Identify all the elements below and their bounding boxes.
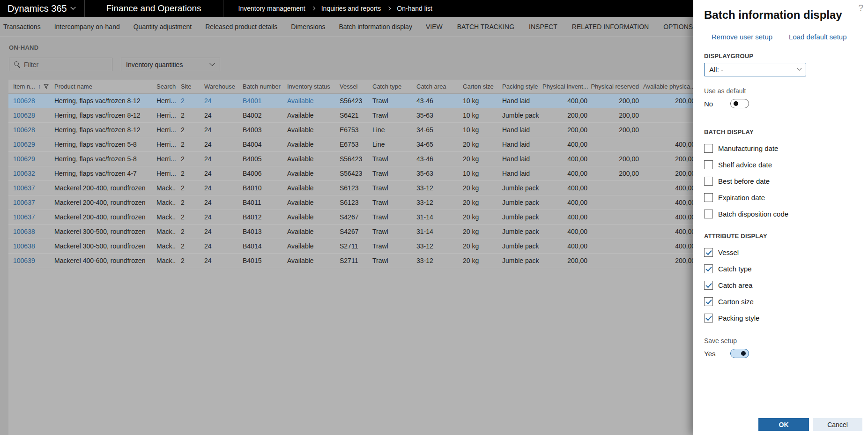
column-header-item-number[interactable]: Item n... ↑ [8, 80, 50, 93]
action-pane-button[interactable]: Quantity adjustment [134, 23, 192, 30]
checkbox-row[interactable]: Carton size [704, 293, 862, 310]
cell-physical-reserved [589, 254, 641, 268]
checkbox[interactable] [704, 281, 713, 290]
column-header[interactable]: Physical invent... [542, 80, 589, 93]
cancel-button[interactable]: Cancel [813, 418, 862, 431]
checkbox[interactable] [704, 248, 713, 257]
cell-catch-area: 33-12 [412, 195, 458, 210]
cell-item-number-link[interactable]: 100628 [8, 108, 50, 122]
checkbox-row[interactable]: Vessel [704, 244, 862, 261]
table-row[interactable]: 100637 Mackerel 200-400, roundfrozen Mac… [8, 210, 693, 225]
table-row[interactable]: 100628 Herring, flaps vac/frozen 8-12 He… [8, 123, 693, 137]
product-name[interactable]: Finance and Operations [85, 0, 223, 17]
cell-catch-area: 43-46 [412, 152, 458, 166]
action-pane-tab[interactable]: OPTIONS [663, 23, 693, 30]
table-row[interactable]: 100637 Mackerel 200-400, roundfrozen Mac… [8, 181, 693, 195]
cell-batch-number: B4010 [238, 181, 282, 195]
table-row[interactable]: 100637 Mackerel 200-400, roundfrozen Mac… [8, 195, 693, 210]
table-row[interactable]: 100628 Herring, flaps vac/frozen 8-12 He… [8, 108, 693, 123]
table-row[interactable]: 100638 Mackerel 300-500, roundfrozen Mac… [8, 225, 693, 239]
cell-item-number-link[interactable]: 100637 [8, 195, 50, 210]
checkbox[interactable] [704, 264, 713, 273]
table-row[interactable]: 100628 Herring, flaps vac/frozen 8-12 He… [8, 94, 693, 108]
cell-item-number-link[interactable]: 100639 [8, 254, 50, 268]
onhand-content: ON-HAND Inventory quantities Item n... ↑… [0, 37, 693, 435]
column-header[interactable]: Physical reserved [589, 80, 641, 93]
action-pane-tab[interactable]: RELATED INFORMATION [572, 23, 649, 30]
filter-field[interactable] [9, 58, 112, 71]
app-switcher[interactable]: Dynamics 365 [0, 0, 84, 17]
action-pane-tab[interactable]: BATCH TRACKING [457, 23, 514, 30]
action-pane-button[interactable]: Intercompany on-hand [54, 23, 120, 30]
column-header[interactable]: Batch number [238, 80, 282, 93]
checkbox-row[interactable]: Catch type [704, 261, 862, 277]
view-selector-dropdown[interactable]: Inventory quantities [121, 58, 220, 71]
checkbox[interactable] [704, 297, 713, 306]
help-icon[interactable]: ? [858, 3, 863, 13]
checkbox-row[interactable]: Manufacturing date [704, 140, 862, 157]
remove-user-setup-link[interactable]: Remove user setup [712, 33, 772, 41]
column-header[interactable]: Site [176, 80, 200, 93]
cell-physical-reserved [589, 137, 641, 151]
checkbox-row[interactable]: Batch disposition code [704, 206, 862, 222]
column-header[interactable]: Warehouse [200, 80, 238, 93]
cell-item-number-link[interactable]: 100637 [8, 181, 50, 195]
table-row[interactable]: 100638 Mackerel 300-500, roundfrozen Mac… [8, 239, 693, 254]
cell-item-number-link[interactable]: 100632 [8, 166, 50, 180]
checkbox[interactable] [704, 144, 713, 153]
cell-warehouse: 24 [200, 152, 238, 166]
cell-item-number-link[interactable]: 100638 [8, 225, 50, 239]
checkbox-row[interactable]: Catch area [704, 277, 862, 293]
breadcrumb-module[interactable]: Inventory management [238, 5, 305, 12]
checkbox-row[interactable]: Shelf advice date [704, 157, 862, 173]
ok-button[interactable]: OK [758, 418, 809, 431]
cell-item-number-link[interactable]: 100629 [8, 137, 50, 151]
cell-item-number-link[interactable]: 100637 [8, 210, 50, 224]
table-row[interactable]: 100629 Herring, flaps vac/frozen 5-8 Her… [8, 137, 693, 152]
action-pane-button[interactable]: Dimensions [291, 23, 325, 30]
column-header[interactable]: Product name [50, 80, 152, 93]
column-header[interactable]: Packing style [497, 80, 542, 93]
column-header[interactable]: Vessel [335, 80, 368, 93]
sort-ascending-icon[interactable]: ↑ [38, 80, 41, 93]
cell-product-name: Mackerel 200-400, roundfrozen [50, 181, 152, 195]
cell-catch-type: Trawl [368, 108, 412, 122]
cell-item-number-link[interactable]: 100638 [8, 239, 50, 253]
checkbox[interactable] [704, 160, 713, 169]
action-pane-tab[interactable]: VIEW [426, 23, 443, 30]
action-pane-button[interactable]: Transactions [3, 23, 41, 30]
table-row[interactable]: 100632 Herring, flaps vac/frozen 4-7 Her… [8, 166, 693, 181]
use-as-default-toggle[interactable] [730, 99, 749, 108]
breadcrumb-section[interactable]: Inquiries and reports [321, 5, 381, 12]
cell-search-name: Herri... [152, 94, 176, 108]
cell-available-physical: 200,00 [641, 254, 693, 268]
column-header[interactable]: Search... [152, 80, 176, 93]
cell-item-number-link[interactable]: 100628 [8, 123, 50, 137]
breadcrumb-page[interactable]: On-hand list [397, 5, 432, 12]
checkbox[interactable] [704, 177, 713, 186]
column-header[interactable]: Catch type [368, 80, 412, 93]
checkbox[interactable] [704, 314, 713, 322]
table-row[interactable]: 100639 Mackerel 400-600, roundfrozen Mac… [8, 254, 693, 268]
checkbox-row[interactable]: Expiration date [704, 189, 862, 206]
filter-input[interactable] [24, 61, 104, 68]
load-default-setup-link[interactable]: Load default setup [789, 33, 846, 41]
column-header[interactable]: Carton size [458, 80, 497, 93]
action-pane-button[interactable]: Batch information display [339, 23, 412, 30]
table-row[interactable]: 100629 Herring, flaps vac/frozen 5-8 Her… [8, 152, 693, 166]
checkbox[interactable] [704, 193, 713, 202]
checkbox[interactable] [704, 210, 713, 218]
column-header[interactable]: Catch area [412, 80, 458, 93]
action-pane-tab[interactable]: INSPECT [529, 23, 557, 30]
cell-item-number-link[interactable]: 100628 [8, 94, 50, 108]
cell-item-number-link[interactable]: 100629 [8, 152, 50, 166]
column-header[interactable]: Available physica... [641, 80, 693, 93]
save-setup-toggle[interactable] [730, 349, 749, 358]
column-header[interactable]: Inventory status [282, 80, 335, 93]
action-pane-button[interactable]: Released product details [205, 23, 277, 30]
filter-funnel-icon[interactable] [44, 84, 49, 89]
checkbox-row[interactable]: Packing style [704, 310, 862, 326]
use-as-default-label: Use as default [704, 87, 862, 95]
displaygroup-dropdown[interactable]: All: - [704, 63, 806, 76]
checkbox-row[interactable]: Best before date [704, 173, 862, 189]
